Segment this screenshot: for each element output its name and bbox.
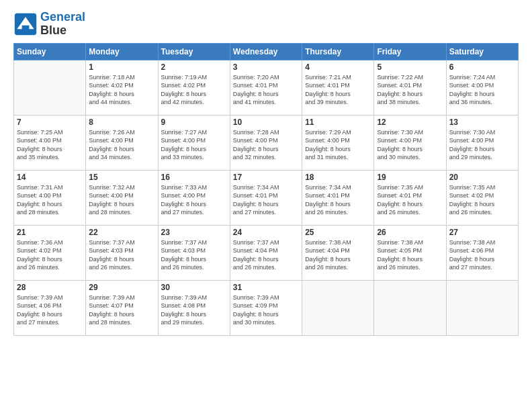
day-number: 13 [449,118,515,127]
calendar-cell: 6Sunrise: 7:24 AMSunset: 4:00 PMDaylight… [446,60,518,115]
calendar-cell: 25Sunrise: 7:38 AMSunset: 4:04 PMDayligh… [302,225,374,280]
day-info: Sunrise: 7:32 AMSunset: 4:00 PMDaylight:… [89,183,154,217]
day-number: 5 [377,62,443,72]
day-info: Sunrise: 7:37 AMSunset: 4:03 PMDaylight:… [161,238,227,272]
calendar-cell: 28Sunrise: 7:39 AMSunset: 4:06 PMDayligh… [14,280,86,335]
day-number: 28 [17,283,83,292]
day-info: Sunrise: 7:34 AMSunset: 4:01 PMDaylight:… [233,183,299,217]
day-header-tuesday: Tuesday [158,43,230,60]
day-info: Sunrise: 7:39 AMSunset: 4:09 PMDaylight:… [233,293,299,327]
day-number: 10 [233,118,299,127]
calendar-cell: 20Sunrise: 7:35 AMSunset: 4:02 PMDayligh… [446,170,518,225]
day-info: Sunrise: 7:25 AMSunset: 4:00 PMDaylight:… [17,128,83,162]
day-number: 20 [449,173,515,182]
day-number: 1 [89,62,154,72]
day-info: Sunrise: 7:18 AMSunset: 4:02 PMDaylight:… [89,73,154,107]
day-info: Sunrise: 7:34 AMSunset: 4:01 PMDaylight:… [305,183,371,217]
day-number: 15 [89,173,154,182]
day-info: Sunrise: 7:39 AMSunset: 4:07 PMDaylight:… [89,293,154,327]
calendar-cell: 8Sunrise: 7:26 AMSunset: 4:00 PMDaylight… [86,115,158,170]
day-info: Sunrise: 7:38 AMSunset: 4:05 PMDaylight:… [377,238,443,272]
day-number: 11 [305,118,371,127]
logo-text: General Blue [40,11,85,38]
calendar-cell: 5Sunrise: 7:22 AMSunset: 4:01 PMDaylight… [374,60,446,115]
page-container: General Blue SundayMondayTuesdayWednesda… [0,0,532,411]
day-header-saturday: Saturday [446,43,518,60]
day-number: 6 [449,62,515,72]
day-number: 27 [449,228,515,237]
calendar-cell: 12Sunrise: 7:30 AMSunset: 4:00 PMDayligh… [374,115,446,170]
header: General Blue [13,11,519,38]
header-row: SundayMondayTuesdayWednesdayThursdayFrid… [14,43,519,60]
day-info: Sunrise: 7:21 AMSunset: 4:01 PMDaylight:… [305,73,371,107]
day-info: Sunrise: 7:39 AMSunset: 4:06 PMDaylight:… [17,293,83,327]
day-info: Sunrise: 7:31 AMSunset: 4:00 PMDaylight:… [17,183,83,217]
calendar-cell: 29Sunrise: 7:39 AMSunset: 4:07 PMDayligh… [86,280,158,335]
logo-icon [13,12,38,36]
day-info: Sunrise: 7:37 AMSunset: 4:04 PMDaylight:… [233,238,299,272]
calendar-cell: 18Sunrise: 7:34 AMSunset: 4:01 PMDayligh… [302,170,374,225]
day-info: Sunrise: 7:19 AMSunset: 4:02 PMDaylight:… [161,73,227,107]
day-info: Sunrise: 7:30 AMSunset: 4:00 PMDaylight:… [377,128,443,162]
day-number: 30 [161,283,227,292]
calendar-cell [302,280,374,335]
day-header-friday: Friday [374,43,446,60]
calendar-cell: 11Sunrise: 7:29 AMSunset: 4:00 PMDayligh… [302,115,374,170]
day-number: 14 [17,173,83,182]
week-row-5: 28Sunrise: 7:39 AMSunset: 4:06 PMDayligh… [14,280,519,335]
calendar-cell: 3Sunrise: 7:20 AMSunset: 4:01 PMDaylight… [230,60,302,115]
calendar-cell: 4Sunrise: 7:21 AMSunset: 4:01 PMDaylight… [302,60,374,115]
day-info: Sunrise: 7:26 AMSunset: 4:00 PMDaylight:… [89,128,154,162]
calendar-cell: 17Sunrise: 7:34 AMSunset: 4:01 PMDayligh… [230,170,302,225]
calendar-cell: 31Sunrise: 7:39 AMSunset: 4:09 PMDayligh… [230,280,302,335]
day-info: Sunrise: 7:22 AMSunset: 4:01 PMDaylight:… [377,73,443,107]
day-info: Sunrise: 7:38 AMSunset: 4:04 PMDaylight:… [305,238,371,272]
calendar-cell [374,280,446,335]
calendar-cell [446,280,518,335]
day-number: 23 [161,228,227,237]
day-header-wednesday: Wednesday [230,43,302,60]
calendar-cell: 14Sunrise: 7:31 AMSunset: 4:00 PMDayligh… [14,170,86,225]
day-number: 2 [161,62,227,72]
day-number: 25 [305,228,371,237]
week-row-4: 21Sunrise: 7:36 AMSunset: 4:02 PMDayligh… [14,225,519,280]
calendar-cell: 27Sunrise: 7:38 AMSunset: 4:06 PMDayligh… [446,225,518,280]
calendar-cell: 16Sunrise: 7:33 AMSunset: 4:00 PMDayligh… [158,170,230,225]
calendar-cell: 1Sunrise: 7:18 AMSunset: 4:02 PMDaylight… [86,60,158,115]
day-number: 12 [377,118,443,127]
day-number: 17 [233,173,299,182]
day-number: 18 [305,173,371,182]
day-number: 8 [89,118,154,127]
calendar-cell: 2Sunrise: 7:19 AMSunset: 4:02 PMDaylight… [158,60,230,115]
day-number: 31 [233,283,299,292]
calendar-table: SundayMondayTuesdayWednesdayThursdayFrid… [13,43,519,336]
calendar-cell: 13Sunrise: 7:30 AMSunset: 4:00 PMDayligh… [446,115,518,170]
day-number: 19 [377,173,443,182]
day-info: Sunrise: 7:27 AMSunset: 4:00 PMDaylight:… [161,128,227,162]
week-row-2: 7Sunrise: 7:25 AMSunset: 4:00 PMDaylight… [14,115,519,170]
day-header-thursday: Thursday [302,43,374,60]
calendar-cell: 19Sunrise: 7:35 AMSunset: 4:01 PMDayligh… [374,170,446,225]
svg-rect-2 [22,26,30,30]
day-number: 4 [305,62,371,72]
day-info: Sunrise: 7:37 AMSunset: 4:03 PMDaylight:… [89,238,154,272]
day-info: Sunrise: 7:24 AMSunset: 4:00 PMDaylight:… [449,73,515,107]
day-header-monday: Monday [86,43,158,60]
day-info: Sunrise: 7:33 AMSunset: 4:00 PMDaylight:… [161,183,227,217]
day-number: 26 [377,228,443,237]
calendar-cell: 24Sunrise: 7:37 AMSunset: 4:04 PMDayligh… [230,225,302,280]
day-info: Sunrise: 7:39 AMSunset: 4:08 PMDaylight:… [161,293,227,327]
day-info: Sunrise: 7:20 AMSunset: 4:01 PMDaylight:… [233,73,299,107]
day-info: Sunrise: 7:35 AMSunset: 4:01 PMDaylight:… [377,183,443,217]
day-number: 29 [89,283,154,292]
logo: General Blue [13,11,85,38]
calendar-cell: 9Sunrise: 7:27 AMSunset: 4:00 PMDaylight… [158,115,230,170]
day-number: 16 [161,173,227,182]
calendar-cell: 23Sunrise: 7:37 AMSunset: 4:03 PMDayligh… [158,225,230,280]
day-info: Sunrise: 7:28 AMSunset: 4:00 PMDaylight:… [233,128,299,162]
day-info: Sunrise: 7:29 AMSunset: 4:00 PMDaylight:… [305,128,371,162]
day-number: 21 [17,228,83,237]
calendar-cell: 7Sunrise: 7:25 AMSunset: 4:00 PMDaylight… [14,115,86,170]
day-header-sunday: Sunday [14,43,86,60]
day-number: 22 [89,228,154,237]
